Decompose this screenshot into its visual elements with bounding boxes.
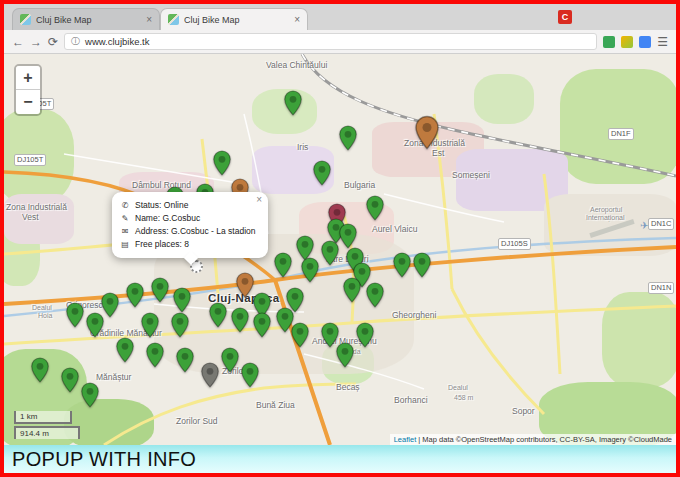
map-label: Someșeni — [452, 170, 490, 180]
phone-icon: ✆ — [120, 199, 130, 212]
map-label: Bulgaria — [344, 180, 375, 190]
map-marker[interactable] — [253, 312, 271, 338]
map-label: Sopor — [512, 406, 535, 416]
map-marker[interactable] — [415, 115, 439, 150]
popup-name-text: Name: G.Cosbuc — [135, 212, 200, 225]
map-marker[interactable] — [291, 322, 309, 348]
map-marker[interactable] — [209, 302, 227, 328]
map-label: Becaș — [336, 382, 360, 392]
map-marker[interactable] — [213, 150, 231, 176]
map-marker[interactable] — [356, 322, 374, 348]
extension-icon-yellow[interactable] — [621, 36, 633, 48]
scale-km: 1 km — [14, 411, 72, 424]
address-bar[interactable]: ⓘ www.clujbike.tk — [64, 33, 597, 50]
map-label: Aeroportul — [590, 206, 622, 213]
navigation-bar: ← → ⟳ ⓘ www.clujbike.tk ☰ — [4, 30, 676, 54]
map-label: DN1C — [648, 218, 674, 230]
map-label: Valea Chintăului — [266, 60, 327, 70]
map-marker[interactable] — [301, 257, 319, 283]
map-label: Hoia — [38, 312, 52, 319]
tab-cluj-bike-map-1[interactable]: Cluj Bike Map × — [12, 8, 160, 30]
extension-icon-blue[interactable] — [639, 36, 651, 48]
map-label: Borhanci — [394, 395, 428, 405]
tab-close-icon[interactable]: × — [294, 15, 300, 25]
map-label: Mănăștur — [96, 372, 131, 382]
scale-control: 1 km 914.4 m — [14, 411, 80, 439]
menu-icon[interactable]: ☰ — [657, 35, 668, 49]
map-marker[interactable] — [31, 357, 49, 383]
airplane-icon: ✈ — [640, 220, 648, 231]
map-marker[interactable] — [81, 382, 99, 408]
map-marker[interactable] — [336, 342, 354, 368]
tab-close-icon[interactable]: × — [146, 15, 152, 25]
map-marker[interactable] — [151, 277, 169, 303]
popup-free-places-text: Free places: 8 — [135, 238, 189, 251]
map-marker[interactable] — [366, 282, 384, 308]
map-label: Vest — [22, 212, 39, 222]
map-marker[interactable] — [343, 277, 361, 303]
map-label: Aurel Vlaicu — [372, 224, 417, 234]
back-icon[interactable]: ← — [12, 36, 24, 48]
tab-title: Cluj Bike Map — [36, 15, 141, 25]
map[interactable]: × ✆ Status: Online ✎ Name: G.Cosbuc ✉ Ad… — [4, 54, 676, 445]
site-info-icon[interactable]: ⓘ — [71, 35, 80, 48]
popup-status-line: ✆ Status: Online — [120, 199, 260, 212]
map-marker[interactable] — [393, 252, 411, 278]
reload-icon[interactable]: ⟳ — [48, 36, 58, 48]
map-label: Iris — [297, 142, 308, 152]
popup-close-icon[interactable]: × — [256, 195, 262, 205]
map-marker[interactable] — [61, 367, 79, 393]
map-marker[interactable] — [126, 282, 144, 308]
caption-text: POPUP WITH INFO — [12, 448, 196, 471]
extension-badge[interactable]: C — [558, 10, 572, 24]
map-marker[interactable] — [274, 252, 292, 278]
map-marker[interactable] — [339, 125, 357, 151]
map-label: Internațional — [586, 214, 625, 221]
map-marker[interactable] — [321, 240, 339, 266]
caption-bar: POPUP WITH INFO — [4, 445, 676, 473]
map-marker[interactable] — [146, 342, 164, 368]
map-marker[interactable] — [231, 307, 249, 333]
map-marker[interactable] — [236, 272, 254, 298]
pencil-icon: ✎ — [120, 212, 130, 225]
popup-address-text: Address: G.Cosbuc - La stadion — [135, 225, 255, 238]
zoom-out-button[interactable]: − — [16, 90, 40, 114]
map-label: DJ105S — [498, 238, 531, 250]
map-marker[interactable] — [284, 90, 302, 116]
scale-m: 914.4 m — [14, 426, 80, 439]
station-popup: × ✆ Status: Online ✎ Name: G.Cosbuc ✉ Ad… — [112, 192, 268, 258]
map-marker[interactable] — [413, 252, 431, 278]
map-marker[interactable] — [173, 287, 191, 313]
map-label: Dealul — [32, 304, 52, 311]
tab-favicon — [168, 14, 179, 25]
map-marker[interactable] — [313, 160, 331, 186]
map-label: DN1N — [648, 282, 674, 294]
map-marker[interactable] — [66, 302, 84, 328]
map-label: 458 m — [454, 394, 473, 401]
tab-title: Cluj Bike Map — [184, 15, 289, 25]
tab-bar: Cluj Bike Map × Cluj Bike Map × C — [4, 4, 676, 30]
map-marker[interactable] — [221, 347, 239, 373]
tab-cluj-bike-map-2[interactable]: Cluj Bike Map × — [160, 8, 308, 30]
zoom-in-button[interactable]: + — [16, 66, 40, 90]
map-label: DJ105T — [14, 154, 46, 166]
leaflet-link[interactable]: Leaflet — [394, 435, 417, 444]
list-icon: ▤ — [120, 238, 130, 251]
map-marker[interactable] — [116, 337, 134, 363]
forward-icon[interactable]: → — [30, 36, 42, 48]
map-marker[interactable] — [176, 347, 194, 373]
popup-free-places-line: ▤ Free places: 8 — [120, 238, 260, 251]
map-marker[interactable] — [171, 312, 189, 338]
map-label: Dealul — [448, 384, 468, 391]
map-marker[interactable] — [366, 195, 384, 221]
map-marker[interactable] — [339, 223, 357, 249]
map-label: Bună Ziua — [256, 400, 295, 410]
map-label: Zona Industrială — [6, 202, 67, 212]
popup-status-text: Status: Online — [135, 199, 188, 212]
map-marker[interactable] — [201, 362, 219, 388]
extension-icon-green[interactable] — [603, 36, 615, 48]
map-marker[interactable] — [141, 312, 159, 338]
url-text: www.clujbike.tk — [85, 36, 149, 47]
map-marker[interactable] — [241, 362, 259, 388]
map-marker[interactable] — [86, 312, 104, 338]
